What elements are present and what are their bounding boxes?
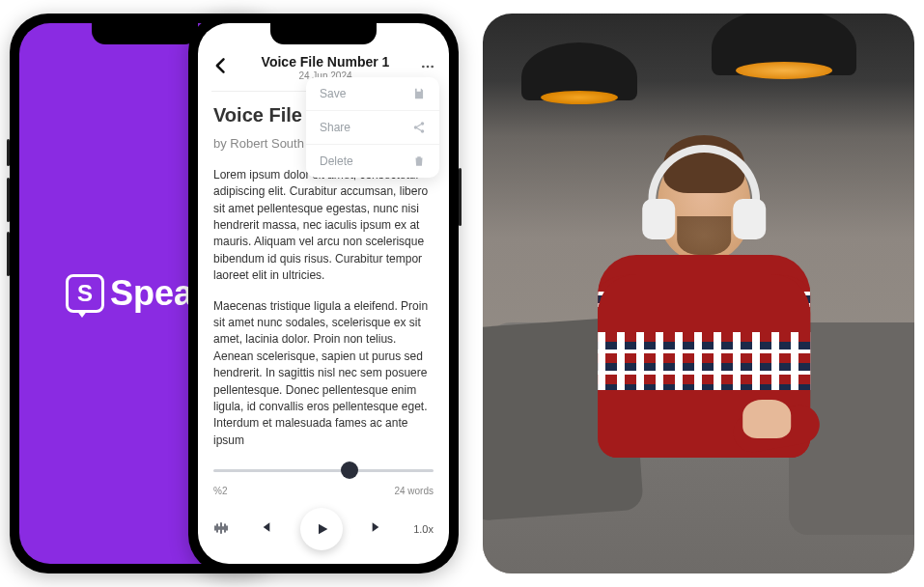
power-button xyxy=(459,168,462,226)
menu-item-save[interactable]: Save xyxy=(306,77,439,110)
next-button[interactable] xyxy=(370,519,385,539)
menu-item-delete[interactable]: Delete xyxy=(306,144,439,178)
progress-words: 24 words xyxy=(394,486,434,496)
playback-speed[interactable]: 1.0x xyxy=(413,523,434,535)
skip-next-icon xyxy=(370,519,385,535)
skip-previous-icon xyxy=(257,519,272,535)
equalizer-button[interactable] xyxy=(213,520,229,538)
phone-notch xyxy=(270,23,377,44)
svg-point-4 xyxy=(414,126,418,129)
phone-notch xyxy=(92,23,198,44)
brand-icon: S xyxy=(66,274,104,313)
save-icon xyxy=(412,87,426,100)
play-icon xyxy=(315,521,330,537)
more-horizontal-icon xyxy=(420,59,435,74)
page-title: Voice File Number 1 xyxy=(262,54,390,70)
svg-point-0 xyxy=(422,65,425,68)
audio-player: %2 24 words xyxy=(198,451,449,564)
back-button[interactable] xyxy=(211,56,231,80)
svg-point-3 xyxy=(421,122,425,126)
phone-document: Voice File Number 1 24 Jun 2024 Save xyxy=(188,14,459,573)
paragraph: Lorem ipsum dolor sit amet, consectetur … xyxy=(213,167,434,285)
pendant-lamp xyxy=(521,42,637,100)
menu-label: Save xyxy=(320,87,346,100)
trash-icon xyxy=(412,154,426,168)
paragraph: Maecenas tristique ligula a eleifend. Pr… xyxy=(213,298,434,450)
phone-mockups: S Speakt Voice File Number 1 24 J xyxy=(0,0,463,587)
play-button[interactable] xyxy=(300,508,343,550)
more-button[interactable] xyxy=(420,59,435,77)
menu-label: Delete xyxy=(320,154,353,168)
svg-point-5 xyxy=(421,129,425,133)
svg-point-2 xyxy=(431,65,434,68)
lifestyle-photo xyxy=(483,14,914,573)
slider-thumb[interactable] xyxy=(341,461,358,479)
volume-button xyxy=(7,178,10,222)
pendant-lamp xyxy=(712,14,856,75)
volume-button xyxy=(7,139,10,166)
progress-percent: %2 xyxy=(213,486,227,496)
arrow-left-icon xyxy=(211,56,231,75)
waveform-icon xyxy=(213,520,229,536)
context-menu: Save Share Delete xyxy=(306,77,439,178)
progress-slider[interactable] xyxy=(213,459,434,482)
volume-button xyxy=(7,232,10,276)
menu-item-share[interactable]: Share xyxy=(306,110,439,144)
menu-label: Share xyxy=(320,121,350,134)
prev-button[interactable] xyxy=(257,519,272,539)
share-icon xyxy=(412,121,426,134)
svg-point-1 xyxy=(427,65,430,68)
person-with-headphones xyxy=(578,149,829,496)
